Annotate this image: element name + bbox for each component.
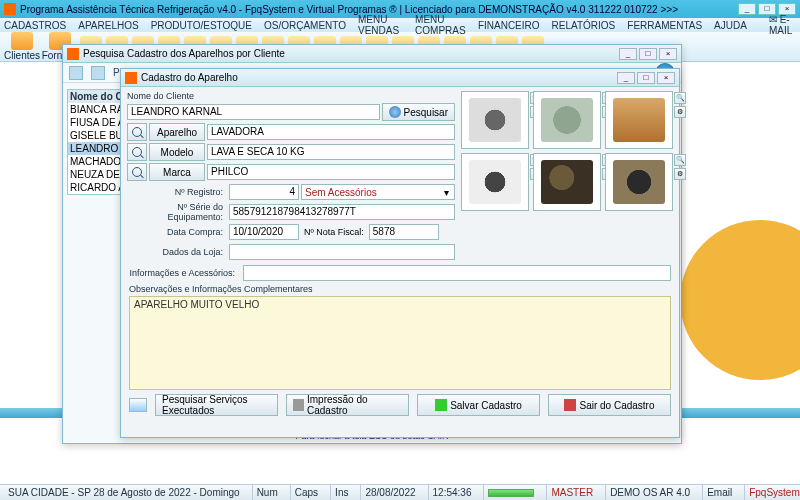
pesquisar-button[interactable]: Pesquisar — [382, 103, 455, 121]
magnifier-icon — [132, 167, 142, 177]
status-time: 12:54:36 — [428, 485, 476, 500]
appliance-photo — [541, 160, 593, 204]
appliance-photo — [613, 160, 665, 204]
status-master: MASTER — [546, 485, 597, 500]
menu-ajuda[interactable]: AJUDA — [714, 20, 747, 31]
dados-loja-field[interactable] — [229, 244, 455, 260]
observacoes-textarea[interactable]: APARELHO MUITO VELHO — [129, 296, 671, 390]
menu-cadastros[interactable]: CADASTROS — [4, 20, 66, 31]
acessorios-combo[interactable]: Sem Acessórios ▾ — [301, 184, 455, 200]
photo-slot[interactable]: 🔍⚙ — [605, 91, 673, 149]
info-acess-field[interactable] — [243, 265, 671, 281]
photo-slot[interactable]: 🔍⚙ — [605, 153, 673, 211]
search-tool-icon[interactable] — [69, 66, 83, 80]
window-close-button[interactable]: × — [657, 72, 675, 84]
appliance-photo — [469, 160, 521, 204]
status-brand: FpqSystem — [744, 485, 800, 500]
appliance-photo — [613, 98, 665, 142]
menu-produto[interactable]: PRODUTO/ESTOQUE — [151, 20, 252, 31]
status-date: 28/08/2022 — [360, 485, 419, 500]
cadastro-window-title: Cadastro do Aparelho — [141, 72, 617, 83]
toolbar-clientes-label: Clientes — [4, 50, 40, 61]
lookup-marca-button[interactable] — [127, 163, 147, 181]
registro-label: Nº Registro: — [127, 187, 227, 197]
photo-zoom-button[interactable]: 🔍 — [674, 92, 686, 104]
app-title: Programa Assistência Técnica Refrigeraçã… — [20, 4, 738, 15]
window-icon — [67, 48, 79, 60]
menu-vendas[interactable]: MENU VENDAS — [358, 14, 403, 36]
window-icon — [125, 72, 137, 84]
background-circle — [680, 220, 800, 380]
sair-button[interactable]: Sair do Cadastro — [548, 394, 671, 416]
check-icon — [435, 399, 447, 411]
photo-action-button[interactable]: ⚙ — [674, 106, 686, 118]
nota-fiscal-field[interactable]: 5878 — [369, 224, 439, 240]
salvar-button[interactable]: Salvar Cadastro — [417, 394, 540, 416]
marca-label-button[interactable]: Marca — [149, 163, 205, 181]
info-acess-label: Informações e Acessórios: — [129, 268, 239, 278]
window-min-button[interactable]: _ — [619, 48, 637, 60]
search-icon — [389, 106, 401, 118]
cliente-field[interactable]: LEANDRO KARNAL — [127, 104, 380, 120]
status-email[interactable]: Email — [702, 485, 736, 500]
cadastro-window: Cadastro do Aparelho _□× Nome do Cliente… — [120, 68, 680, 438]
status-num: Num — [252, 485, 282, 500]
status-ins: Ins — [330, 485, 352, 500]
data-compra-field[interactable]: 10/10/2020 — [229, 224, 299, 240]
aparelho-label-button[interactable]: Aparelho — [149, 123, 205, 141]
magnifier-icon — [132, 127, 142, 137]
exit-icon — [564, 399, 576, 411]
menu-compras[interactable]: MENU COMPRAS — [415, 14, 466, 36]
menu-financeiro[interactable]: FINANCEIRO — [478, 20, 540, 31]
window-max-button[interactable]: □ — [637, 72, 655, 84]
window-min-button[interactable]: _ — [617, 72, 635, 84]
progress-bar — [488, 489, 534, 497]
window-close-button[interactable]: × — [659, 48, 677, 60]
menu-email[interactable]: E-MAIL — [769, 14, 792, 36]
chevron-down-icon: ▾ — [441, 187, 451, 198]
registro-field[interactable]: 4 — [229, 184, 299, 200]
lookup-modelo-button[interactable] — [127, 143, 147, 161]
footer-icon — [129, 398, 147, 412]
nome-cliente-label: Nome do Cliente — [127, 91, 455, 101]
photo-action-button[interactable]: ⚙ — [674, 168, 686, 180]
menu-relatorios[interactable]: RELATÓRIOS — [552, 20, 616, 31]
serie-label: Nº Série do Equipamento: — [127, 202, 227, 222]
lookup-aparelho-button[interactable] — [127, 123, 147, 141]
search-window-title: Pesquisa Cadastro dos Aparelhos por Clie… — [83, 48, 619, 59]
photo-slot[interactable]: 🔍⚙ — [461, 153, 529, 211]
toolbar-clientes[interactable]: Clientes — [4, 32, 40, 61]
status-bar: SUA CIDADE - SP 28 de Agosto de 2022 - D… — [0, 484, 800, 500]
marca-field[interactable]: PHILCO — [207, 164, 455, 180]
people-icon — [11, 32, 33, 50]
magnifier-icon — [132, 147, 142, 157]
minimize-button[interactable]: _ — [738, 3, 756, 15]
dados-loja-label: Dados da Loja: — [127, 247, 227, 257]
aparelho-field[interactable]: LAVADORA — [207, 124, 455, 140]
acessorios-value: Sem Acessórios — [305, 187, 441, 198]
photo-slot[interactable]: 🔍⚙ — [533, 153, 601, 211]
modelo-label-button[interactable]: Modelo — [149, 143, 205, 161]
photo-slot[interactable]: 🔍⚙ — [533, 91, 601, 149]
serie-field[interactable]: 585791218798413278977T — [229, 204, 455, 220]
status-city: SUA CIDADE - SP 28 de Agosto de 2022 - D… — [4, 485, 244, 500]
printer-icon — [293, 399, 304, 411]
menu-aparelhos[interactable]: APARELHOS — [78, 20, 138, 31]
modelo-field[interactable]: LAVA E SECA 10 KG — [207, 144, 455, 160]
photo-slot[interactable]: 🔍⚙ — [461, 91, 529, 149]
menu-ferramentas[interactable]: FERRAMENTAS — [627, 20, 702, 31]
impressao-button[interactable]: Impressão do Cadastro — [286, 394, 409, 416]
search-tool-icon[interactable] — [91, 66, 105, 80]
window-max-button[interactable]: □ — [639, 48, 657, 60]
appliance-photo — [541, 98, 593, 142]
main-menubar: CADASTROS APARELHOS PRODUTO/ESTOQUE OS/O… — [0, 18, 800, 32]
status-demo: DEMO OS AR 4.0 — [605, 485, 694, 500]
photo-gallery: 🔍⚙ 🔍⚙ 🔍⚙ 🔍⚙ 🔍⚙ 🔍⚙ — [461, 91, 673, 261]
status-caps: Caps — [290, 485, 322, 500]
nota-fiscal-label: Nº Nota Fiscal: — [301, 227, 367, 237]
photo-zoom-button[interactable]: 🔍 — [674, 154, 686, 166]
obs-label: Observações e Informações Complementares — [129, 284, 671, 294]
menu-os[interactable]: OS/ORÇAMENTO — [264, 20, 346, 31]
data-compra-label: Data Compra: — [127, 227, 227, 237]
pesquisar-servicos-button[interactable]: Pesquisar Serviços Executados — [155, 394, 278, 416]
